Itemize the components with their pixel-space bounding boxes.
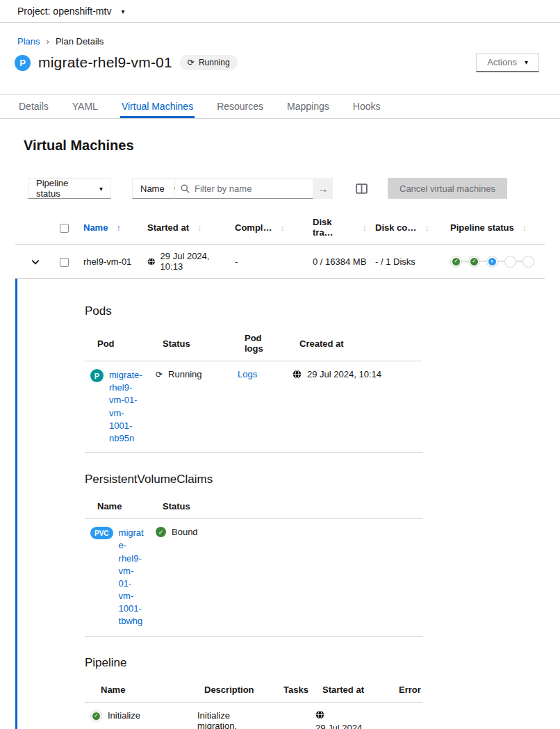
page-header: P migrate-rhel9-vm-01 ⟳ Running Actions … bbox=[15, 53, 539, 72]
sync-icon: ⟳ bbox=[188, 58, 195, 67]
pvc-section: PersistentVolumeClaims Name Status PVC m… bbox=[85, 473, 560, 637]
chevron-down-icon bbox=[31, 259, 40, 265]
pod-logs-link[interactable]: Logs bbox=[238, 369, 257, 379]
vm-table: Name ↑ Started at ↕ Compl… ↕ Disk tra… bbox=[15, 211, 545, 279]
pvc-link[interactable]: migrate-rhel9-vm-01-vm-1001-tbwhg bbox=[119, 527, 145, 628]
pipeline-step-description: Initialize migration. bbox=[192, 702, 271, 729]
breadcrumb-separator-icon: › bbox=[47, 36, 49, 47]
sync-icon: ⟳ bbox=[156, 370, 163, 379]
project-selector-label: Project: openshift-mtv bbox=[17, 6, 111, 17]
pipeline-step-completed-icon: ✓ bbox=[468, 256, 480, 268]
apply-filter-button[interactable]: → bbox=[313, 178, 333, 199]
breadcrumb-plans-link[interactable]: Plans bbox=[17, 36, 40, 47]
pvc-status: Bound bbox=[172, 527, 198, 537]
pipeline-header-error: Error bbox=[386, 679, 422, 703]
pods-header-created: Created at bbox=[287, 327, 422, 361]
pods-header-status: Status bbox=[150, 327, 232, 361]
vm-completed-at: - bbox=[231, 245, 308, 279]
pvc-badge: PVC bbox=[90, 527, 113, 539]
pipeline-step-name: Initialize bbox=[108, 710, 140, 721]
sort-icon: ↕ bbox=[363, 222, 368, 233]
chevron-down-icon: ▾ bbox=[525, 58, 528, 66]
pods-heading: Pods bbox=[85, 304, 560, 318]
chevron-down-icon: ▾ bbox=[121, 8, 124, 15]
pipeline-status-filter-label: Pipeline status bbox=[36, 178, 90, 199]
pipeline-step-completed-icon: ✓ bbox=[450, 256, 462, 268]
tab-yaml[interactable]: YAML bbox=[71, 95, 99, 118]
breadcrumb-current: Plan Details bbox=[56, 36, 104, 47]
actions-button[interactable]: Actions ▾ bbox=[476, 53, 539, 72]
column-header-disk-counter[interactable]: Disk co… ↕ bbox=[375, 222, 442, 233]
globe-icon bbox=[147, 257, 156, 266]
pods-header-pod: Pod bbox=[85, 327, 150, 361]
section-title: Virtual Machines bbox=[24, 138, 560, 154]
pipeline-header-name: Name bbox=[85, 679, 192, 703]
pipeline-step-pending-icon bbox=[504, 256, 516, 268]
pods-table: Pod Status Pod logs Created at P migrate… bbox=[85, 327, 422, 453]
tab-bar: Details YAML Virtual Machines Resources … bbox=[0, 94, 560, 119]
cancel-virtual-machines-button[interactable]: Cancel virtual machines bbox=[388, 178, 507, 199]
sort-icon: ↕ bbox=[522, 222, 527, 233]
column-header-started-at[interactable]: Started at ↕ bbox=[147, 222, 227, 233]
pipeline-status-filter-select[interactable]: Pipeline status ▾ bbox=[28, 178, 111, 199]
pvc-header-name: Name bbox=[85, 495, 150, 519]
tab-virtual-machines[interactable]: Virtual Machines bbox=[120, 95, 195, 118]
vm-disk-transfer: 0 / 16384 MB bbox=[308, 245, 371, 279]
vm-table-header-row: Name ↑ Started at ↕ Compl… ↕ Disk tra… bbox=[15, 211, 545, 245]
tab-mappings[interactable]: Mappings bbox=[286, 95, 331, 118]
filter-toolbar: Pipeline status ▾ Name ▾ → Cancel virtua… bbox=[28, 178, 560, 199]
chevron-down-icon: ▾ bbox=[99, 185, 103, 193]
globe-icon bbox=[315, 710, 324, 719]
status-badge-label: Running bbox=[199, 58, 230, 67]
pipeline-section: Pipeline Name Description Tasks Started … bbox=[85, 656, 560, 729]
tab-details[interactable]: Details bbox=[17, 95, 50, 118]
globe-icon bbox=[293, 370, 302, 379]
sort-icon: ↕ bbox=[197, 222, 202, 233]
vm-started-at: 29 Jul 2024, 10:13 bbox=[160, 251, 227, 272]
plan-badge: P bbox=[15, 55, 31, 71]
pvc-row: PVC migrate-rhel9-vm-01-vm-1001-tbwhg ✓ … bbox=[85, 519, 422, 637]
column-header-completed-at[interactable]: Compl… ↕ bbox=[235, 222, 304, 233]
columns-icon bbox=[356, 183, 368, 195]
pods-header-logs: Pod logs bbox=[232, 327, 287, 361]
pipeline-step-running-icon: ◐ bbox=[486, 256, 498, 268]
page-title: migrate-rhel9-vm-01 bbox=[38, 54, 172, 71]
pipeline-header-tasks: Tasks bbox=[271, 679, 310, 703]
pvc-heading: PersistentVolumeClaims bbox=[85, 473, 560, 486]
column-header-disk-transfer[interactable]: Disk tra… ↕ bbox=[313, 217, 367, 238]
vm-table-row: rhel9-vm-01 29 Jul 2024, 10:13 - 0 / 163… bbox=[15, 245, 545, 279]
name-filter-select[interactable]: Name ▾ bbox=[132, 178, 175, 199]
sort-icon: ↕ bbox=[280, 222, 285, 233]
check-circle-icon: ✓ bbox=[156, 527, 166, 537]
column-header-name[interactable]: Name ↑ bbox=[83, 222, 139, 233]
select-all-checkbox[interactable] bbox=[60, 224, 69, 233]
name-filter-label: Name bbox=[140, 183, 165, 194]
row-checkbox[interactable] bbox=[60, 258, 69, 267]
tab-resources[interactable]: Resources bbox=[215, 95, 265, 118]
column-header-pipeline-status[interactable]: Pipeline status ↕ bbox=[450, 222, 541, 233]
pvc-table: Name Status PVC migrate-rhel9-vm-01-vm-1… bbox=[85, 495, 422, 637]
status-badge: ⟳ Running bbox=[180, 55, 238, 70]
actions-button-label: Actions bbox=[487, 57, 517, 67]
tab-hooks[interactable]: Hooks bbox=[352, 95, 382, 118]
row-expand-toggle[interactable] bbox=[15, 245, 56, 279]
project-selector[interactable]: Project: openshift-mtv ▾ bbox=[0, 0, 560, 23]
step-completed-icon: ✓ bbox=[90, 710, 102, 722]
pod-status: Running bbox=[168, 369, 201, 379]
pipeline-table: Name Description Tasks Started at Error … bbox=[85, 679, 422, 729]
sort-icon: ↕ bbox=[425, 222, 429, 233]
breadcrumb: Plans › Plan Details bbox=[17, 36, 560, 47]
pod-link[interactable]: migrate-rhel9-vm-01-vm-1001-nb95n bbox=[109, 369, 145, 445]
pipeline-header-description: Description bbox=[192, 679, 271, 703]
search-input[interactable] bbox=[195, 183, 307, 194]
pvc-header-status: Status bbox=[150, 495, 422, 519]
vm-disk-counter: - / 1 Disks bbox=[371, 245, 446, 279]
search-icon bbox=[181, 184, 190, 193]
expanded-row-detail: Pods Pod Status Pod logs Created at P mi… bbox=[15, 279, 560, 729]
pod-badge: P bbox=[90, 369, 104, 382]
pipeline-heading: Pipeline bbox=[85, 656, 560, 670]
pod-row: P migrate-rhel9-vm-01-vm-1001-nb95n ⟳ Ru… bbox=[85, 361, 422, 453]
pipeline-status-stepper: ✓ ✓ ◐ bbox=[450, 256, 541, 268]
pod-created-at: 29 Jul 2024, 10:14 bbox=[307, 369, 381, 379]
manage-columns-button[interactable] bbox=[356, 183, 368, 195]
